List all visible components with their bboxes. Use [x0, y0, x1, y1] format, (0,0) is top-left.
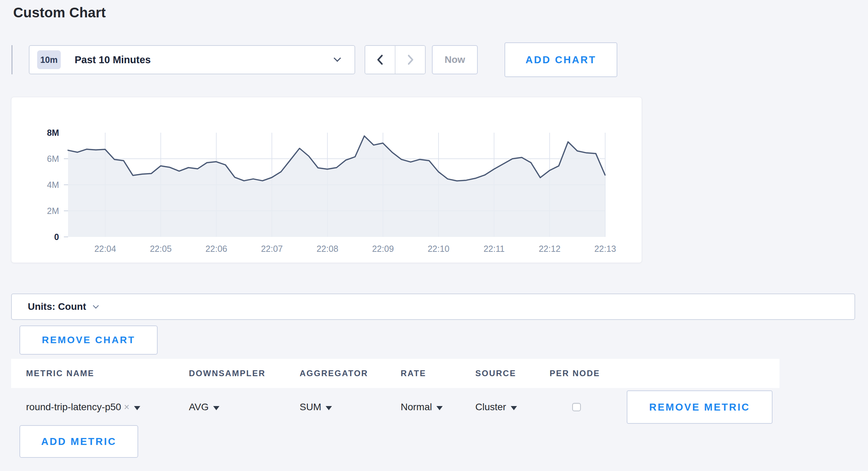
svg-text:2M: 2M — [47, 206, 59, 216]
svg-text:22:13: 22:13 — [594, 244, 616, 254]
rate-select[interactable]: Normal — [401, 388, 443, 426]
toolbar-left-rule — [11, 45, 12, 74]
aggregator-select[interactable]: SUM — [300, 388, 332, 426]
chevron-down-icon — [93, 303, 99, 309]
svg-text:4M: 4M — [47, 180, 59, 190]
svg-text:8M: 8M — [47, 128, 59, 138]
header-rate: RATE — [401, 359, 426, 388]
chevron-down-icon — [334, 54, 341, 61]
downsampler-value: AVG — [189, 402, 209, 412]
page-title: Custom Chart — [13, 5, 106, 20]
rate-value: Normal — [401, 402, 432, 412]
caret-down-icon — [511, 406, 517, 410]
downsampler-select[interactable]: AVG — [189, 388, 219, 426]
units-label: Units: Count — [28, 301, 86, 312]
time-scale-label: Past 10 Minutes — [75, 54, 151, 66]
timeseries-area-chart[interactable]: 8M6M4M2M022:0422:0522:0622:0722:0822:092… — [11, 97, 642, 263]
svg-text:22:07: 22:07 — [261, 244, 283, 254]
svg-text:22:05: 22:05 — [150, 244, 172, 254]
clear-icon[interactable]: × — [124, 402, 130, 412]
custom-chart-page: Custom Chart 10m Past 10 Minutes Now ADD… — [0, 0, 868, 471]
header-source: SOURCE — [475, 359, 516, 388]
header-aggregator: AGGREGATOR — [300, 359, 368, 388]
metric-row: round-trip-latency-p50× AVG SUM Normal C… — [11, 388, 779, 426]
now-button[interactable]: Now — [432, 45, 478, 74]
time-scale-dropdown[interactable]: 10m Past 10 Minutes — [29, 45, 355, 74]
chevron-left-icon — [375, 53, 385, 66]
add-chart-button[interactable]: ADD CHART — [504, 42, 617, 77]
add-metric-button[interactable]: ADD METRIC — [19, 425, 138, 458]
header-downsampler: DOWNSAMPLER — [189, 359, 266, 388]
next-timewindow-button[interactable] — [395, 46, 425, 74]
svg-text:6M: 6M — [47, 154, 59, 164]
svg-text:22:08: 22:08 — [317, 244, 339, 254]
header-metric-name: METRIC NAME — [26, 359, 94, 388]
header-per-node: PER NODE — [550, 359, 600, 388]
svg-text:22:12: 22:12 — [539, 244, 561, 254]
per-node-checkbox[interactable] — [572, 403, 581, 411]
source-value: Cluster — [475, 402, 506, 412]
svg-text:22:04: 22:04 — [94, 244, 116, 254]
svg-text:22:11: 22:11 — [484, 244, 505, 254]
remove-chart-button[interactable]: REMOVE CHART — [19, 325, 158, 355]
svg-text:22:10: 22:10 — [428, 244, 450, 254]
metric-name-value: round-trip-latency-p50 — [26, 402, 121, 412]
prev-timewindow-button[interactable] — [365, 46, 395, 74]
svg-text:22:09: 22:09 — [372, 244, 394, 254]
caret-down-icon — [134, 406, 140, 410]
svg-text:22:06: 22:06 — [206, 244, 227, 254]
timewindow-arrow-group — [365, 45, 426, 74]
caret-down-icon — [436, 406, 443, 410]
remove-metric-button[interactable]: REMOVE METRIC — [627, 390, 773, 424]
metric-name-select[interactable]: round-trip-latency-p50× — [26, 388, 140, 426]
source-select[interactable]: Cluster — [475, 388, 517, 426]
units-dropdown[interactable]: Units: Count — [11, 294, 855, 320]
aggregator-value: SUM — [300, 402, 321, 412]
chart-card: 8M6M4M2M022:0422:0522:0622:0722:0822:092… — [11, 97, 642, 263]
chevron-right-icon — [406, 53, 415, 66]
svg-text:0: 0 — [54, 232, 59, 242]
caret-down-icon — [326, 406, 332, 410]
caret-down-icon — [213, 406, 219, 410]
time-scale-badge: 10m — [37, 50, 61, 69]
metrics-table-header: METRIC NAME DOWNSAMPLER AGGREGATOR RATE … — [11, 359, 779, 388]
